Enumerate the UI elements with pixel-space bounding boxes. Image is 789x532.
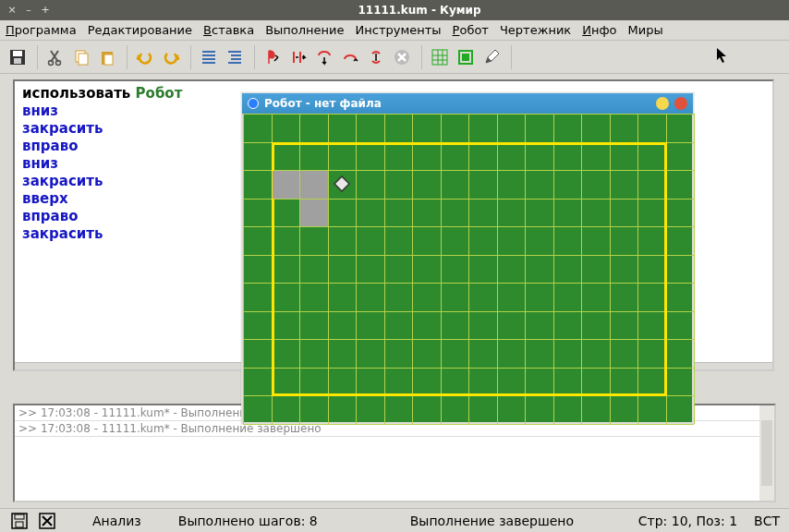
painted-cell [300,200,328,227]
robot-marker [334,175,350,192]
robot-app-icon [248,98,259,109]
paste-icon[interactable] [95,45,119,69]
menu-program[interactable]: Программа [6,23,77,37]
kw-actor: Робот [136,85,183,102]
svg-rect-8 [104,54,113,65]
indent-right-icon[interactable] [223,45,247,69]
status-save-icon[interactable] [9,511,30,531]
svg-rect-27 [12,514,27,528]
save-icon[interactable] [6,45,30,69]
status-insert-mode: ВСТ [754,514,780,528]
kw-use: использовать [22,85,130,102]
statusbar: Анализ Выполнено шагов: 8 Выполнение зав… [0,508,789,532]
svg-rect-10 [202,54,215,56]
step-out-icon[interactable] [364,45,388,69]
svg-rect-28 [15,514,24,519]
copy-icon[interactable] [69,45,93,69]
pencil-icon[interactable] [479,45,504,69]
redo-icon[interactable] [159,45,183,69]
svg-rect-1 [13,51,22,56]
svg-rect-13 [228,51,241,53]
status-msg: Выполнение завершено [410,514,574,528]
window-minimize-icon[interactable]: – [22,4,35,17]
status-close-icon[interactable] [37,511,57,531]
menu-edit[interactable]: Редактирование [88,23,192,37]
status-analysis: Анализ [92,514,141,528]
grid-icon[interactable] [428,45,452,69]
step-into-icon[interactable] [312,45,336,69]
svg-rect-2 [14,58,21,64]
svg-point-4 [56,60,61,65]
svg-rect-14 [231,54,241,56]
painted-cell [273,171,300,199]
menu-info[interactable]: Инфо [582,23,616,37]
robot-titlebar[interactable]: Робот - нет файла [242,93,693,114]
menu-worlds[interactable]: Миры [628,23,663,37]
robot-field[interactable] [243,114,692,422]
svg-rect-12 [202,62,215,64]
svg-marker-26 [334,176,349,191]
undo-icon[interactable] [133,45,157,69]
cursor-icon [715,47,728,67]
menu-tools[interactable]: Инструменты [356,23,442,37]
robot-minimize-icon[interactable] [656,97,669,110]
svg-point-3 [49,60,54,65]
robot-window: Робот - нет файла [241,92,694,424]
svg-rect-29 [16,522,23,527]
menu-run[interactable]: Выполнение [265,23,344,37]
step-icon[interactable] [286,45,310,69]
stop-icon[interactable] [390,45,414,69]
robot-window-title: Робот - нет файла [264,97,650,110]
menu-insert[interactable]: Вставка [203,23,254,37]
window-title: 11111.kum - Кумир [55,4,783,17]
run-icon[interactable] [261,45,285,69]
menu-drafter[interactable]: Чертежник [500,23,571,37]
window-maximize-icon[interactable]: + [39,4,52,17]
step-over-icon[interactable] [338,45,362,69]
svg-rect-6 [79,54,88,65]
svg-rect-11 [202,58,215,60]
robot-close-icon[interactable] [674,97,687,110]
menubar: Программа Редактирование Вставка Выполне… [0,20,789,41]
svg-rect-9 [202,51,215,53]
status-cursor-pos: Стр: 10, Поз: 1 [638,514,737,528]
svg-rect-25 [462,54,469,61]
svg-rect-16 [228,62,241,64]
indent-left-icon[interactable] [197,45,221,69]
menu-robot[interactable]: Робот [453,23,489,37]
toolbar [0,41,789,74]
log-scrollbar[interactable] [759,405,774,501]
cut-icon[interactable] [43,45,67,69]
svg-rect-15 [231,58,241,60]
painted-cell [300,171,328,199]
window-close-icon[interactable]: × [6,4,18,17]
robot-icon[interactable] [454,45,478,69]
status-steps: Выполнено шагов: 8 [178,514,318,528]
window-titlebar: × – + 11111.kum - Кумир [0,0,789,20]
svg-rect-19 [432,50,447,65]
